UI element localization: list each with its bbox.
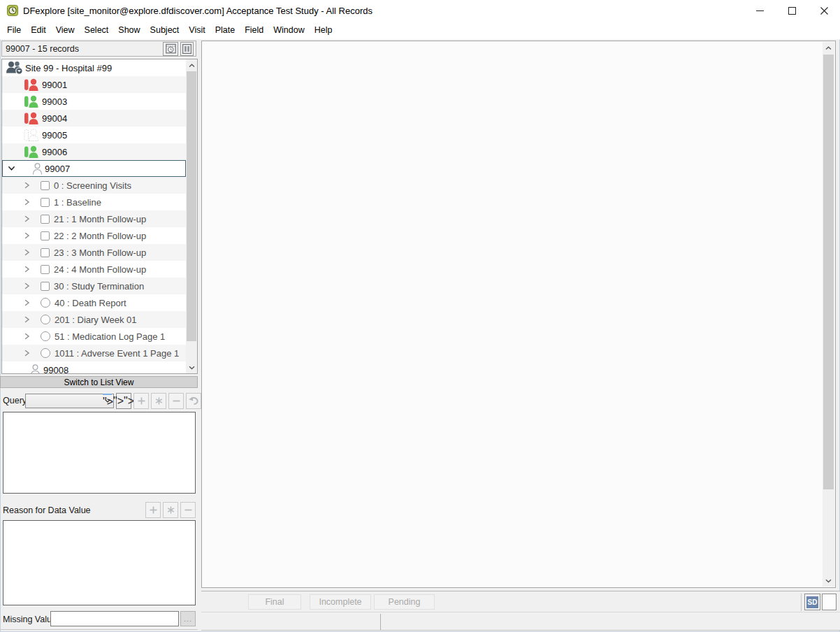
main-scroll-up-icon[interactable] [823, 42, 834, 54]
visit-checkbox-icon [41, 265, 50, 274]
tree-visit-row[interactable]: 24 : 4 Month Follow-up [2, 261, 186, 278]
tree-visit-row[interactable]: 201 : Diary Week 01 [2, 311, 186, 328]
final-button[interactable]: Final [248, 594, 301, 610]
tree-visit-row[interactable]: 23 : 3 Month Follow-up [2, 244, 186, 261]
chevron-right-icon [24, 215, 30, 222]
menu-window[interactable]: Window [268, 22, 309, 38]
missing-value-browse-button[interactable]: ... [180, 611, 196, 626]
menu-subject[interactable]: Subject [145, 22, 184, 38]
menu-show[interactable]: Show [113, 22, 145, 38]
tree-scroll-up-icon[interactable] [186, 59, 197, 71]
menu-plate[interactable]: Plate [210, 22, 240, 38]
close-button[interactable] [808, 0, 840, 21]
title-bar: DFexplore [site_monitor@explore.dfdiscov… [0, 0, 840, 21]
pending-button[interactable]: Pending [374, 594, 435, 610]
reason-add-button[interactable] [145, 502, 161, 518]
visit-label: 51 : Medication Log Page 1 [55, 331, 165, 342]
tree-scroll-down-icon[interactable] [186, 361, 197, 373]
query-edit-button[interactable] [151, 393, 166, 409]
menu-view[interactable]: View [51, 22, 80, 38]
tree-visit-row[interactable]: 22 : 2 Month Follow-up [2, 227, 186, 244]
tree-subject-99001[interactable]: 99001 [2, 76, 186, 93]
tree-visit-row[interactable]: 1011 : Adverse Event 1 Page 1 [2, 345, 186, 361]
subject-green-icon [24, 95, 39, 108]
window-controls [744, 0, 840, 21]
reason-toolbar [145, 502, 196, 518]
chevron-right-icon [24, 266, 30, 273]
switch-to-list-view-button[interactable]: Switch to List View [0, 376, 198, 388]
switch-to-list-view-label: Switch to List View [64, 378, 134, 387]
tree-site-row[interactable]: Site 99 - Hospital #99 [2, 59, 186, 76]
asterisk-icon [155, 397, 163, 405]
tree-scrollbar[interactable] [186, 59, 197, 373]
tree-subject-99008[interactable]: 99008 [2, 361, 186, 374]
tree-subject-99006[interactable]: 99006 [2, 143, 186, 160]
query-text-view-button[interactable]: ">">">"> [116, 393, 131, 409]
site-group-icon [6, 61, 24, 75]
tree-visit-row[interactable]: 0 : Screening Visits [2, 177, 186, 194]
query-delete-button[interactable] [168, 393, 184, 409]
incomplete-button[interactable]: Incomplete [310, 594, 371, 610]
tree-visit-row[interactable]: 21 : 1 Month Follow-up [2, 210, 186, 227]
maximize-button[interactable] [776, 0, 808, 21]
reason-edit-button[interactable] [163, 502, 178, 518]
minimize-button[interactable] [744, 0, 776, 21]
status-bottom-border [201, 630, 840, 631]
subject-red-icon [24, 112, 39, 124]
empty-status-button[interactable] [822, 594, 837, 610]
visit-label: 30 : Study Termination [54, 281, 144, 292]
main-scrollbar[interactable] [823, 42, 834, 587]
query-add-button[interactable] [133, 393, 149, 409]
tree-visit-row[interactable]: 30 : Study Termination [2, 278, 186, 294]
sd-badge: SD [806, 596, 818, 608]
dfexplore-window: { "window": { "title": "DFexplore [site_… [0, 0, 840, 632]
undo-icon [188, 396, 199, 405]
visit-label: 1 : Baseline [54, 197, 101, 208]
subject-tree: Site 99 - Hospital #99990019900399004990… [1, 59, 198, 374]
chevron-right-icon [24, 350, 30, 357]
tree-subject-99005[interactable]: 99005 [2, 127, 186, 143]
visit-label: 40 : Death Report [55, 298, 126, 308]
menu-file[interactable]: File [2, 22, 26, 38]
visit-label: 24 : 4 Month Follow-up [54, 264, 146, 275]
menu-help[interactable]: Help [310, 22, 338, 38]
reason-textarea[interactable] [3, 520, 196, 605]
record-status-bar: FinalIncompletePending SD [201, 591, 840, 631]
time-view-button[interactable] [163, 42, 178, 56]
query-undo-button[interactable] [186, 393, 201, 409]
tree-visit-row[interactable]: 1 : Baseline [2, 194, 186, 210]
main-scroll-thumb[interactable] [823, 55, 834, 489]
menu-edit[interactable]: Edit [26, 22, 51, 38]
reason-label: Reason for Data Value [3, 505, 91, 515]
record-list-header: 99007 - 15 records [1, 41, 196, 57]
sd-button[interactable]: SD [804, 594, 820, 610]
tree-visit-row[interactable]: 40 : Death Report [2, 294, 186, 311]
subject-label: 99004 [42, 113, 67, 124]
tree-scroll-thumb[interactable] [187, 71, 196, 341]
reason-delete-button[interactable] [180, 502, 196, 518]
missing-value-input[interactable] [50, 611, 179, 626]
missing-value-label: Missing Value [3, 615, 57, 624]
pause-view-button[interactable] [180, 42, 194, 56]
subject-label: 99005 [42, 130, 67, 141]
menu-select[interactable]: Select [80, 22, 114, 38]
main-scroll-down-icon[interactable] [823, 575, 834, 587]
visit-checkbox-icon [41, 215, 50, 224]
visit-circle-icon [41, 315, 50, 324]
menu-field[interactable]: Field [240, 22, 268, 38]
tree-visit-row[interactable]: 51 : Medication Log Page 1 [2, 328, 186, 345]
visit-checkbox-icon [41, 181, 50, 190]
query-textarea[interactable] [3, 412, 196, 494]
visit-checkbox-icon [41, 198, 50, 207]
minus-icon [184, 506, 192, 514]
query-dropdown[interactable] [25, 394, 114, 408]
tree-subject-99007[interactable]: 99007 [2, 160, 186, 177]
tree-subject-99004[interactable]: 99004 [2, 110, 186, 127]
chevron-right-icon [24, 333, 30, 340]
close-icon [820, 7, 828, 15]
menu-visit[interactable]: Visit [184, 22, 210, 38]
subject-label: 99001 [42, 80, 67, 90]
chevron-down-icon [8, 165, 15, 172]
chevron-right-icon [24, 316, 30, 323]
tree-subject-99003[interactable]: 99003 [2, 93, 186, 110]
